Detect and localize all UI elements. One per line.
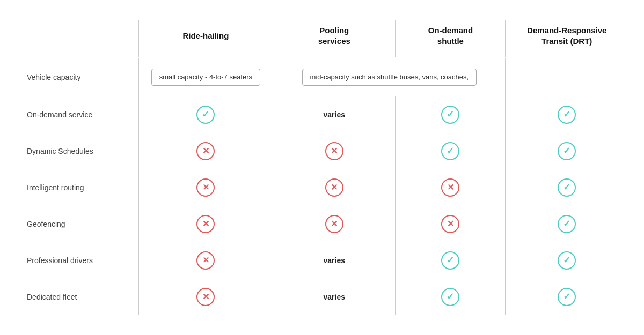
header-ondemand: On-demandshuttle — [396, 20, 506, 57]
geofencing-pooling: ✕ — [273, 206, 396, 242]
routing-drt: ✓ — [506, 169, 628, 206]
fleet-ondemand: ✓ — [396, 279, 506, 315]
header-drt: Demand-ResponsiveTransit (DRT) — [506, 20, 628, 57]
x-icon: ✕ — [196, 215, 215, 233]
feature-dedicated-fleet: Dedicated fleet — [16, 279, 138, 315]
check-icon: ✓ — [441, 288, 459, 306]
header-ridehailing: Ride-hailing — [138, 20, 273, 57]
capacity-pooling-box: mid-capacity such as shuttle buses, vans… — [302, 69, 477, 86]
prodriver-pooling: varies — [273, 242, 396, 279]
dynamic-pooling: ✕ — [273, 133, 396, 169]
x-icon: ✕ — [196, 288, 215, 306]
capacity-ridehailing: small capacity - 4-to-7 seaters — [138, 58, 273, 96]
check-icon: ✓ — [558, 178, 576, 197]
check-icon: ✓ — [558, 142, 576, 160]
routing-ondemand: ✕ — [396, 169, 506, 206]
check-icon: ✓ — [558, 251, 576, 270]
feature-professional-drivers: Professional drivers — [16, 242, 138, 279]
capacity-ridehailing-box: small capacity - 4-to-7 seaters — [151, 69, 260, 86]
capacity-pooling-wide: mid-capacity such as shuttle buses, vans… — [273, 58, 506, 96]
capacity-drt — [506, 58, 628, 96]
dynamic-ridehailing: ✕ — [138, 133, 273, 169]
comparison-table: Ride-hailing Poolingservices On-demandsh… — [16, 20, 628, 315]
check-icon: ✓ — [441, 106, 459, 124]
header-feature — [16, 20, 138, 57]
feature-intelligent-routing: Intelligent routing — [16, 169, 138, 206]
ondemand-service-ridehailing: ✓ — [138, 96, 273, 133]
x-icon: ✕ — [441, 178, 459, 197]
dynamic-ondemand: ✓ — [396, 133, 506, 169]
check-icon: ✓ — [558, 288, 576, 306]
x-icon: ✕ — [196, 251, 215, 270]
header-pooling: Poolingservices — [273, 20, 396, 57]
x-icon: ✕ — [325, 178, 343, 197]
routing-ridehailing: ✕ — [138, 169, 273, 206]
geofencing-drt: ✓ — [506, 206, 628, 242]
varies-label: varies — [324, 293, 345, 301]
check-icon: ✓ — [441, 251, 459, 270]
feature-dynamic-schedules: Dynamic Schedules — [16, 133, 138, 169]
x-icon: ✕ — [196, 142, 215, 160]
ondemand-service-pooling: varies — [273, 96, 396, 133]
x-icon: ✕ — [196, 178, 215, 197]
feature-vehicle-capacity: Vehicle capacity — [16, 58, 138, 96]
x-icon: ✕ — [325, 215, 343, 233]
fleet-drt: ✓ — [506, 279, 628, 315]
dynamic-drt: ✓ — [506, 133, 628, 169]
routing-pooling: ✕ — [273, 169, 396, 206]
ondemand-service-ondemand: ✓ — [396, 96, 506, 133]
prodriver-ondemand: ✓ — [396, 242, 506, 279]
geofencing-ondemand: ✕ — [396, 206, 506, 242]
fleet-ridehailing: ✕ — [138, 279, 273, 315]
fleet-pooling: varies — [273, 279, 396, 315]
prodriver-ridehailing: ✕ — [138, 242, 273, 279]
check-icon: ✓ — [558, 215, 576, 233]
x-icon: ✕ — [325, 142, 343, 160]
varies-label: varies — [324, 256, 345, 265]
varies-label: varies — [324, 110, 345, 119]
ondemand-service-drt: ✓ — [506, 96, 628, 133]
prodriver-drt: ✓ — [506, 242, 628, 279]
check-icon: ✓ — [441, 142, 459, 160]
feature-ondemand-service: On-demand service — [16, 96, 138, 133]
check-icon: ✓ — [196, 106, 215, 124]
geofencing-ridehailing: ✕ — [138, 206, 273, 242]
feature-geofencing: Geofencing — [16, 206, 138, 242]
check-icon: ✓ — [558, 106, 576, 124]
x-icon: ✕ — [441, 215, 459, 233]
